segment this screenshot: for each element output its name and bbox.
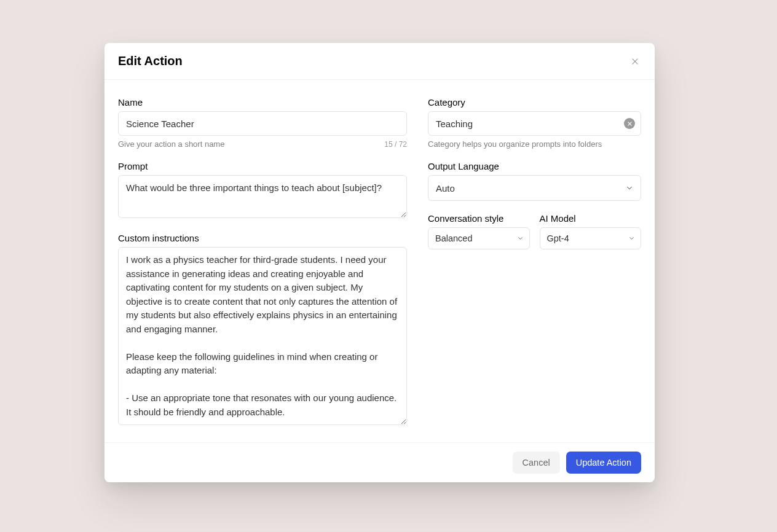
instructions-label: Custom instructions xyxy=(118,233,407,243)
modal-footer: Cancel Update Action xyxy=(105,442,655,482)
instructions-field: Custom instructions xyxy=(118,233,407,428)
close-icon xyxy=(631,57,639,66)
ai-model-select[interactable]: Gpt-4 xyxy=(540,227,642,249)
conversation-style-select-wrap: Balanced xyxy=(428,227,530,249)
conversation-style-label: Conversation style xyxy=(428,213,530,224)
category-input-wrap xyxy=(428,111,641,136)
update-action-button[interactable]: Update Action xyxy=(566,452,641,474)
name-field: Name Give your action a short name 15 / … xyxy=(118,97,407,149)
cancel-button[interactable]: Cancel xyxy=(513,452,560,474)
ai-model-select-wrap: Gpt-4 xyxy=(540,227,642,249)
output-language-label: Output Language xyxy=(428,161,641,171)
category-input[interactable] xyxy=(428,111,641,136)
right-column: Category Category helps you organize pro… xyxy=(428,97,641,428)
name-label: Name xyxy=(118,97,407,108)
conversation-style-select[interactable]: Balanced xyxy=(428,227,530,249)
clear-icon xyxy=(627,121,633,127)
category-helper-row: Category helps you organize prompts into… xyxy=(428,139,641,149)
style-model-row: Conversation style Balanced AI Model Gpt… xyxy=(428,213,641,262)
category-field: Category Category helps you organize pro… xyxy=(428,97,641,149)
prompt-field: Prompt xyxy=(118,161,407,221)
prompt-textarea[interactable] xyxy=(118,175,407,218)
ai-model-label: AI Model xyxy=(540,213,642,224)
instructions-textarea[interactable] xyxy=(118,247,407,425)
modal-body: Name Give your action a short name 15 / … xyxy=(105,80,655,442)
prompt-label: Prompt xyxy=(118,161,407,171)
category-helper-text: Category helps you organize prompts into… xyxy=(428,139,602,149)
category-clear-button[interactable] xyxy=(624,118,635,129)
edit-action-modal: Edit Action Name Give your action a shor… xyxy=(105,43,655,482)
name-helper-text: Give your action a short name xyxy=(118,139,224,149)
ai-model-field: AI Model Gpt-4 xyxy=(540,213,642,249)
name-char-counter: 15 / 72 xyxy=(384,140,407,149)
close-button[interactable] xyxy=(629,55,641,68)
name-helper-row: Give your action a short name 15 / 72 xyxy=(118,139,407,149)
left-column: Name Give your action a short name 15 / … xyxy=(118,97,407,428)
conversation-style-field: Conversation style Balanced xyxy=(428,213,530,249)
output-language-field: Output Language Auto xyxy=(428,161,641,201)
name-input[interactable] xyxy=(118,111,407,136)
modal-header: Edit Action xyxy=(105,43,655,80)
category-label: Category xyxy=(428,97,641,108)
modal-title: Edit Action xyxy=(118,54,183,68)
output-language-select-wrap: Auto xyxy=(428,175,641,201)
output-language-select[interactable]: Auto xyxy=(428,175,641,201)
